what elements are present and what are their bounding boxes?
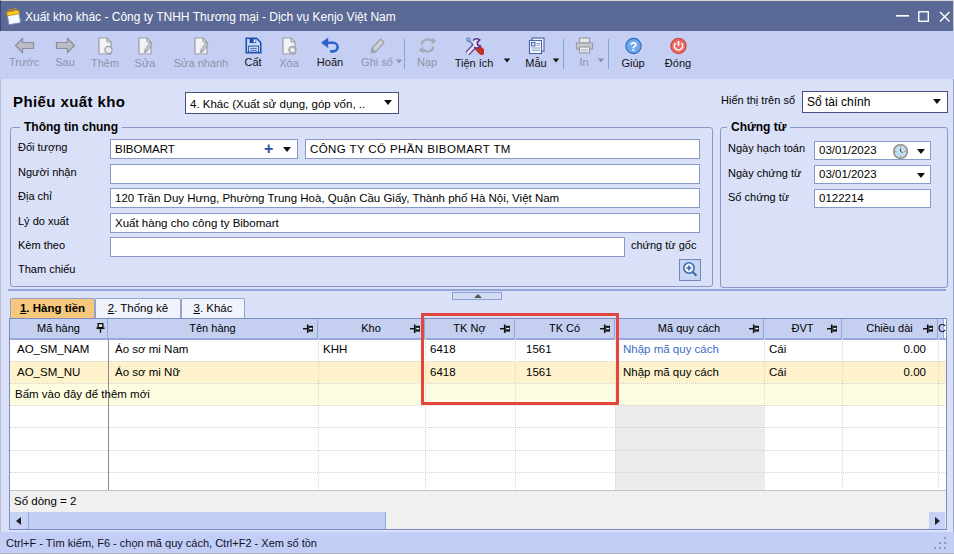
svg-text:?: ? [629,40,636,54]
